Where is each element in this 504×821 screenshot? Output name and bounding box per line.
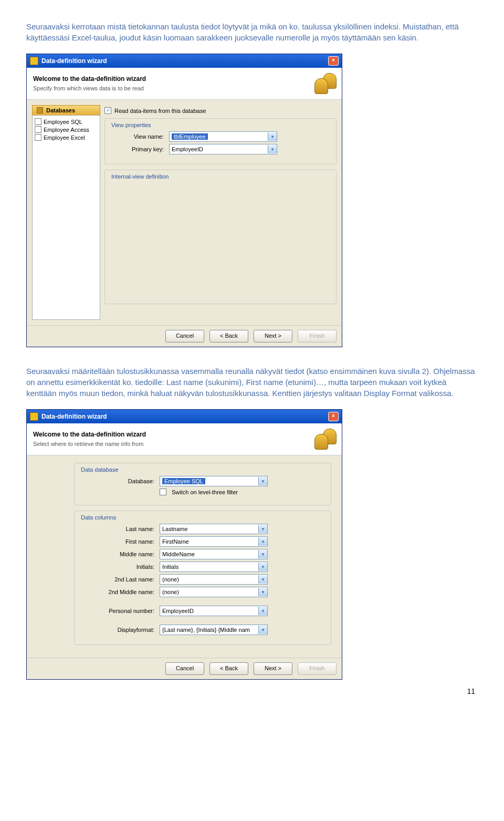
paragraph-2: Seuraavaksi määritellään tulostusikkunas… [26,366,478,399]
finish-button: Finish [298,330,337,342]
databases-header: Databases [32,105,100,115]
wizard-window-2: Data-definition wizard × Welcome to the … [26,409,342,680]
checkbox[interactable] [35,126,41,133]
close-icon[interactable]: × [328,56,339,66]
field-label: Middle name: [81,551,154,557]
finish-button: Finish [298,662,337,675]
field-label: Displayformat: [81,627,154,633]
read-data-label: Read data-items from this database [114,108,206,114]
combo-value: EmployeeID [162,608,194,614]
second-lastname-combo[interactable]: (none)▼ [160,574,268,585]
databases-label: Databases [46,107,75,113]
app-icon [30,57,38,65]
list-item[interactable]: Employee Access [35,126,98,133]
chevron-down-icon[interactable]: ▼ [258,607,267,615]
combo-value: FirstName [162,538,189,545]
cancel-button[interactable]: Cancel [165,662,204,675]
initials-combo[interactable]: Initials▼ [160,562,268,572]
back-button[interactable]: < Back [209,662,248,675]
wizard-heading: Welcome to the data-definition wizard [33,430,146,439]
second-middlename-combo[interactable]: (none)▼ [160,587,268,597]
list-item[interactable]: Employee Excel [35,133,98,141]
database-label: Database: [81,478,154,484]
internal-view-group: Internal-view definition [111,173,330,180]
view-name-combo[interactable]: tblEmployee▼ [169,131,277,142]
chevron-down-icon[interactable]: ▼ [258,563,267,571]
chevron-down-icon[interactable]: ▼ [258,525,267,533]
field-label: First name: [81,538,154,545]
primary-key-label: Primary key: [111,146,164,152]
field-label: 2nd Middle name: [81,589,154,595]
lastname-combo[interactable]: Lastname▼ [160,524,268,534]
database-list[interactable]: Employee SQL Employee Access Employee Ex… [32,115,100,320]
wizard-window-1: Data-definition wizard × Welcome to the … [26,54,342,347]
database-combo[interactable]: Employee SQL▼ [160,476,268,486]
switch-filter-checkbox[interactable] [160,489,166,495]
cancel-button[interactable]: Cancel [165,330,204,342]
wizard-subheading: Specify from which views data is to be r… [33,85,146,92]
combo-value: EmployeeID [172,146,203,152]
next-button[interactable]: Next > [254,662,292,675]
combo-value: Employee SQL [162,478,205,484]
view-name-label: View name: [111,133,164,140]
switch-filter-label: Switch on level-three filter [172,489,238,495]
combo-value: MiddleName [162,551,195,557]
app-icon [30,412,38,421]
view-properties-group: View properties [111,122,330,128]
chevron-down-icon[interactable]: ▼ [258,626,267,634]
combo-value: (none) [162,589,179,595]
chevron-down-icon[interactable]: ▼ [258,477,267,485]
wizard-subheading: Select where to retrieve the name info f… [33,440,146,448]
list-item[interactable]: Employee SQL [35,118,98,126]
checkbox[interactable] [35,118,41,125]
chevron-down-icon[interactable]: ▼ [258,575,267,584]
chevron-down-icon[interactable]: ▼ [258,550,267,558]
list-item-label: Employee Access [44,127,89,133]
personal-number-combo[interactable]: EmployeeID▼ [160,606,268,616]
close-icon[interactable]: × [328,412,339,421]
primary-key-combo[interactable]: EmployeeID▼ [169,144,277,154]
combo-value: Lastname [162,526,187,532]
checkbox[interactable] [35,134,41,141]
combo-value: {Last name}, {Initials} {Middle nam [162,627,250,633]
list-item-label: Employee SQL [44,119,82,125]
middlename-combo[interactable]: MiddleName▼ [160,549,268,559]
folder-icon [37,107,43,113]
read-data-checkbox[interactable] [104,107,111,114]
database-icon [314,429,335,450]
paragraph-1: Seuraavaksi kerrotaan mistä tietokannan … [26,21,478,43]
field-label: Last name: [81,526,154,532]
data-database-group: Data database [81,466,324,473]
combo-value: Initials [162,564,178,570]
data-columns-group: Data columns [81,514,324,521]
field-label: Personal number: [81,608,154,614]
displayformat-combo[interactable]: {Last name}, {Initials} {Middle nam▼ [160,625,268,635]
window-title: Data-definition wizard [41,413,107,420]
list-item-label: Employee Excel [44,134,85,141]
back-button[interactable]: < Back [209,330,248,342]
field-label: 2nd Last name: [81,576,154,583]
titlebar[interactable]: Data-definition wizard × [27,54,342,68]
wizard-heading: Welcome to the data-definition wizard [33,75,146,84]
firstname-combo[interactable]: FirstName▼ [160,536,268,547]
titlebar[interactable]: Data-definition wizard × [27,410,342,423]
chevron-down-icon[interactable]: ▼ [258,537,267,546]
window-title: Data-definition wizard [41,57,107,65]
next-button[interactable]: Next > [254,330,292,342]
chevron-down-icon[interactable]: ▼ [268,132,277,141]
page-number: 11 [467,687,475,695]
combo-value: (none) [162,576,179,583]
chevron-down-icon[interactable]: ▼ [268,145,277,153]
field-label: Initials: [81,564,154,570]
combo-value: tblEmployee [172,133,208,140]
database-icon [314,73,335,94]
chevron-down-icon[interactable]: ▼ [258,588,267,596]
